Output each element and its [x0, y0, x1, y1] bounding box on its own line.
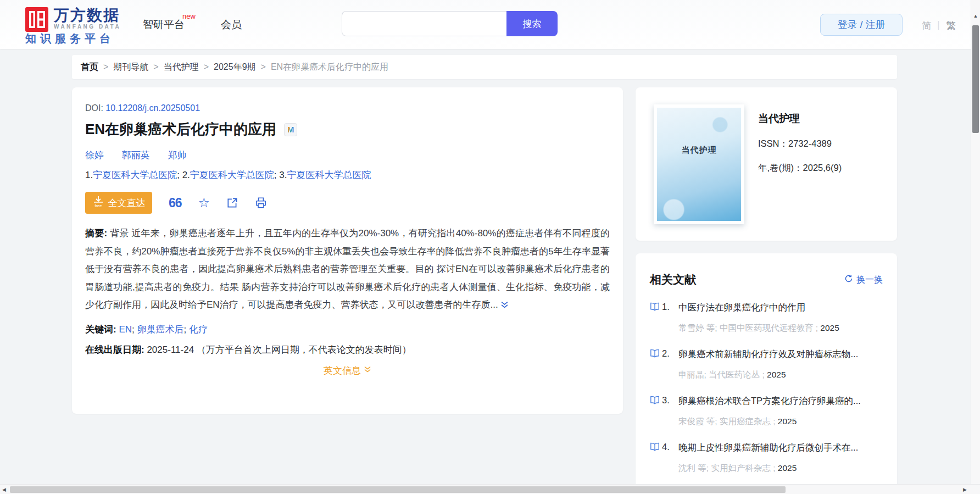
book-icon	[650, 442, 662, 474]
fulltext-button[interactable]: free 全文直达	[85, 192, 152, 214]
cite-icon[interactable]: 66	[169, 197, 182, 208]
issn-label: ISSN：	[758, 138, 788, 148]
related-item-year: 2025	[820, 323, 839, 332]
abstract-label: 摘要:	[85, 228, 107, 238]
breadcrumb-separator: >	[153, 62, 158, 72]
related-item-year: 2025	[767, 370, 786, 379]
nav-zhiyan-platform[interactable]: 智研平台	[143, 18, 185, 32]
doi-link[interactable]: 10.12208/j.cn.20250501	[105, 103, 200, 113]
breadcrumb: 首页 > 期刊导航 > 当代护理 > 2025年9期 > EN在卵巢癌术后化疗中…	[72, 55, 897, 79]
lang-simplified[interactable]: 简	[922, 19, 932, 32]
scroll-up-arrow-icon[interactable]: ▲	[971, 13, 980, 19]
related-item-title[interactable]: 晚期上皮性卵巢癌新辅助化疗后微创手术在...	[678, 442, 883, 454]
scroll-right-arrow-icon[interactable]: ▶	[963, 487, 967, 492]
affiliation-number: 3.	[279, 170, 287, 180]
affiliation-link[interactable]: 宁夏医科大学总医院	[93, 170, 177, 180]
scroll-left-arrow-icon[interactable]: ◀	[2, 487, 6, 492]
breadcrumb-issue[interactable]: 2025年9期	[214, 62, 256, 73]
journal-cover-image: 当代护理	[657, 108, 741, 221]
fulltext-button-label: 全文直达	[108, 197, 146, 209]
horizontal-scrollbar[interactable]: ◀ ▶	[0, 484, 980, 494]
breadcrumb-separator: >	[204, 62, 209, 72]
english-info-toggle[interactable]: 英文信息	[324, 364, 371, 377]
related-item: 4. 晚期上皮性卵巢癌新辅助化疗后微创手术在... 沈利 等; 实用妇产科杂志 …	[650, 442, 883, 474]
author-link[interactable]: 郑帅	[168, 150, 186, 160]
issn-value: 2732-4389	[788, 138, 832, 148]
print-icon[interactable]	[255, 197, 267, 209]
journal-cover[interactable]: 当代护理	[654, 104, 744, 224]
lang-traditional[interactable]: 繁	[946, 19, 956, 32]
nav-member[interactable]: 会员	[221, 18, 242, 32]
book-icon	[650, 395, 662, 428]
wanfang-logo[interactable]: 万方数据 WANFANG DATA	[25, 7, 121, 34]
brand-name-en: WANFANG DATA	[54, 24, 121, 30]
related-item: 1. 中医疗法在卵巢癌化疗中的作用 常雪婷 等; 中国中医药现代远程教育 ; 2…	[650, 302, 883, 334]
volume-label: 年,卷(期)：	[758, 163, 803, 173]
related-item-title[interactable]: 卵巢癌根治术联合TP方案化疗治疗卵巢癌的...	[678, 395, 883, 407]
keyword-link[interactable]: EN	[119, 324, 132, 335]
related-item-source: 沈利 等; 实用妇产科杂志 ;	[678, 463, 778, 473]
wanfang-logo-text: 万方数据 WANFANG DATA	[54, 7, 121, 34]
english-info-label: 英文信息	[324, 364, 361, 377]
article-actions: free 全文直达 66 ☆	[85, 192, 610, 214]
favorite-star-icon[interactable]: ☆	[198, 197, 210, 209]
expand-abstract-icon[interactable]	[500, 297, 509, 315]
vertical-scrollbar-thumb[interactable]	[972, 25, 979, 133]
keyword-link[interactable]: 化疗	[189, 324, 208, 335]
refresh-label: 换一换	[856, 274, 883, 286]
affiliation-list: 1.宁夏医科大学总医院; 2.宁夏医科大学总医院; 3.宁夏医科大学总医院	[85, 169, 610, 181]
author-link[interactable]: 郭丽英	[122, 150, 150, 160]
journal-volume-row: 年,卷(期)：2025,6(9)	[758, 162, 842, 174]
volume-value: 2025,6(9)	[803, 163, 842, 173]
affiliation-link[interactable]: 宁夏医科大学总医院	[287, 170, 371, 180]
keyword-separator: ;	[183, 324, 188, 335]
new-badge: new	[182, 12, 196, 20]
related-item-meta: 宋俊霞 等; 实用癌症杂志 ; 2025	[678, 416, 883, 428]
article-title: EN在卵巢癌术后化疗中的应用	[85, 120, 276, 139]
keywords-line: 关键词: EN; 卵巢癌术后; 化疗	[85, 323, 610, 336]
publish-date-line: 在线出版日期: 2025-11-24 （万方平台首次上网日期，不代表论文的发表时…	[85, 343, 610, 356]
abstract-block: 摘要: 背景 近年来，卵巢癌患者逐年上升，且五年内的生存率仅为20%-30%，有…	[85, 225, 610, 315]
affiliation-link[interactable]: 宁夏医科大学总医院	[190, 170, 274, 180]
export-share-icon[interactable]	[226, 197, 238, 209]
abstract-text: 背景 近年来，卵巢癌患者逐年上升，且五年内的生存率仅为20%-30%，有研究指出…	[85, 228, 610, 310]
related-item-year: 2025	[778, 417, 797, 426]
refresh-related-button[interactable]: 换一换	[844, 274, 883, 286]
english-info-line: 英文信息	[85, 364, 610, 377]
related-item-number: 4.	[662, 442, 678, 474]
horizontal-scrollbar-thumb[interactable]	[10, 486, 786, 493]
breadcrumb-home[interactable]: 首页	[81, 62, 98, 73]
keyword-link[interactable]: 卵巢癌术后	[137, 324, 183, 335]
chevron-double-down-icon	[364, 365, 371, 376]
related-item-title[interactable]: 中医疗法在卵巢癌化疗中的作用	[678, 302, 883, 314]
author-link[interactable]: 徐婷	[85, 150, 104, 160]
lang-divider: |	[937, 19, 940, 31]
download-free-icon: free	[92, 195, 104, 211]
vertical-scrollbar[interactable]: ▲	[971, 0, 980, 484]
search-button[interactable]: 搜索	[506, 11, 558, 36]
book-icon	[650, 348, 662, 381]
related-item-meta: 沈利 等; 实用妇产科杂志 ; 2025	[678, 463, 883, 474]
journal-name[interactable]: 当代护理	[758, 112, 842, 126]
affiliation-number: 1.	[85, 170, 93, 180]
breadcrumb-journal-nav[interactable]: 期刊导航	[113, 62, 148, 73]
publish-date-note: （万方平台首次上网日期，不代表论文的发表时间）	[197, 345, 411, 355]
related-item-title[interactable]: 卵巢癌术前新辅助化疗疗效及对肿瘤标志物...	[678, 348, 883, 360]
site-header: 万方数据 WANFANG DATA 知识服务平台 智研平台 new 会员 搜索 …	[0, 0, 980, 49]
journal-cover-title: 当代护理	[657, 145, 741, 156]
refresh-icon	[844, 274, 853, 285]
breadcrumb-journal[interactable]: 当代护理	[164, 62, 199, 73]
media-badge-icon[interactable]: M	[284, 123, 297, 136]
search-input[interactable]	[342, 11, 506, 36]
book-icon	[650, 302, 662, 334]
brand-tagline: 知识服务平台	[25, 31, 114, 46]
related-item-meta: 常雪婷 等; 中国中医药现代远程教育 ; 2025	[678, 323, 883, 334]
affiliation-separator: ;	[177, 170, 182, 180]
login-register-button[interactable]: 登录 / 注册	[820, 14, 903, 36]
brand-name: 万方数据	[54, 7, 121, 24]
related-item-source: 申丽晶; 当代医药论丛 ;	[678, 370, 767, 379]
breadcrumb-separator: >	[261, 62, 266, 72]
breadcrumb-current-article: EN在卵巢癌术后化疗中的应用	[271, 62, 388, 73]
journal-info: 当代护理 ISSN：2732-4389 年,卷(期)：2025,6(9)	[758, 112, 842, 174]
keywords-label: 关键词:	[85, 324, 116, 335]
